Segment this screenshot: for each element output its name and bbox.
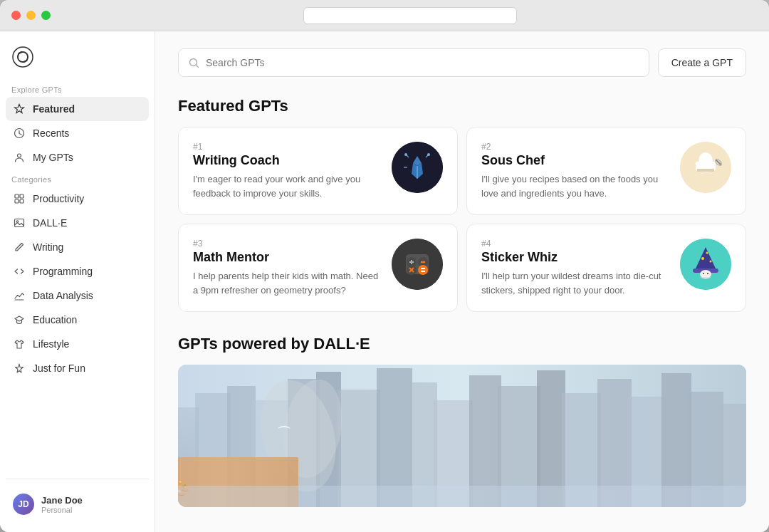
gpt-img-sticker-whiz [680, 239, 731, 290]
search-bar-row: Create a GPT [178, 48, 746, 77]
gpt-rank-1: #1 [193, 142, 380, 152]
url-input[interactable]: chat.openai.com [303, 7, 517, 24]
sidebar-item-dalle[interactable]: DALL·E [6, 211, 149, 235]
person-icon [13, 151, 26, 164]
svg-rect-70 [178, 486, 746, 507]
user-profile[interactable]: JD Jane Doe Personal [6, 488, 149, 521]
sidebar-data-label: Data Analysis [33, 290, 93, 301]
titlebar: chat.openai.com [0, 0, 769, 31]
svg-point-19 [699, 152, 713, 169]
user-role: Personal [41, 506, 83, 514]
svg-point-14 [404, 153, 407, 156]
star-icon [13, 103, 26, 115]
sidebar-item-just-for-fun[interactable]: Just for Fun [6, 356, 149, 380]
sidebar: Explore GPTs Featured Recents [0, 31, 155, 532]
openai-logo [11, 46, 34, 68]
svg-rect-6 [20, 199, 23, 203]
chart-icon [13, 289, 26, 302]
svg-rect-3 [15, 194, 19, 198]
sidebar-item-productivity[interactable]: Productivity [6, 187, 149, 211]
gpt-img-sous-chef [680, 142, 731, 193]
gpt-card-math-mentor[interactable]: #3 Math Mentor I help parents help their… [178, 224, 458, 312]
sidebar-education-label: Education [33, 314, 77, 325]
graduation-icon [13, 313, 26, 326]
featured-gpt-grid: #1 Writing Coach I'm eager to read your … [178, 127, 746, 312]
gpt-card-writing-coach-text: #1 Writing Coach I'm eager to read your … [193, 142, 380, 200]
gpt-card-sticker-whiz-text: #4 Sticker Whiz I'll help turn your wild… [481, 239, 669, 297]
sidebar-bottom: JD Jane Doe Personal [6, 479, 149, 521]
svg-point-40 [706, 252, 708, 254]
svg-point-33 [418, 265, 428, 275]
search-input[interactable] [206, 57, 640, 68]
svg-point-43 [703, 273, 704, 274]
svg-point-15 [427, 153, 430, 156]
gpt-card-sous-chef-text: #2 Sous Chef I'll give you recipes based… [481, 142, 669, 200]
clock-icon [13, 127, 26, 140]
sidebar-item-programming[interactable]: Programming [6, 259, 149, 283]
svg-rect-4 [20, 194, 23, 198]
sidebar-recents-label: Recents [33, 127, 69, 139]
svg-rect-20 [697, 169, 714, 172]
pencil-icon [13, 241, 26, 254]
sidebar-item-recents[interactable]: Recents [6, 121, 149, 145]
user-name: Jane Doe [41, 495, 83, 506]
sidebar-item-education[interactable]: Education [6, 308, 149, 332]
sidebar-item-data-analysis[interactable]: Data Analysis [6, 283, 149, 308]
gpt-card-sous-chef[interactable]: #2 Sous Chef I'll give you recipes based… [466, 127, 746, 215]
gpt-desc-writing-coach: I'm eager to read your work and give you… [193, 172, 380, 200]
dalle-image: 🎨 [178, 365, 746, 507]
svg-point-44 [707, 273, 708, 274]
gpt-name-sticker-whiz: Sticker Whiz [481, 250, 669, 265]
sidebar-item-featured[interactable]: Featured [6, 97, 149, 121]
gpt-rank-4: #4 [481, 239, 669, 249]
sidebar-item-my-gpts[interactable]: My GPTs [6, 145, 149, 169]
sidebar-dalle-label: DALL·E [33, 217, 67, 229]
image-icon [13, 217, 26, 229]
svg-rect-7 [15, 219, 24, 227]
gpt-rank-3: #3 [193, 239, 380, 249]
svg-point-9 [189, 58, 197, 66]
explore-label: Explore GPTs [6, 85, 149, 94]
minimize-button[interactable] [26, 11, 36, 20]
grid-icon [13, 192, 26, 205]
sidebar-item-lifestyle[interactable]: Lifestyle [6, 332, 149, 356]
svg-point-0 [13, 47, 33, 67]
gpt-card-math-mentor-text: #3 Math Mentor I help parents help their… [193, 239, 380, 297]
svg-rect-5 [15, 199, 19, 203]
gpt-rank-2: #2 [481, 142, 669, 152]
code-icon [13, 265, 26, 278]
sidebar-lifestyle-label: Lifestyle [33, 338, 69, 350]
app-body: Explore GPTs Featured Recents [0, 31, 769, 532]
dalle-section: GPTs powered by DALL·E [178, 335, 746, 507]
svg-point-2 [18, 154, 21, 157]
gpt-card-sticker-whiz[interactable]: #4 Sticker Whiz I'll help turn your wild… [466, 224, 746, 312]
sidebar-mygpts-label: My GPTs [33, 152, 73, 163]
sparkle-icon [13, 362, 26, 375]
gpt-desc-sous-chef: I'll give you recipes based on the foods… [481, 172, 669, 200]
app-window: chat.openai.com Explore GPTs [0, 0, 769, 532]
featured-section-title: Featured GPTs [178, 97, 746, 115]
avatar: JD [13, 494, 34, 515]
svg-point-39 [701, 257, 704, 260]
sidebar-fun-label: Just for Fun [33, 363, 85, 374]
sidebar-productivity-label: Productivity [33, 193, 84, 204]
tshirt-icon [13, 338, 26, 350]
gpt-desc-sticker-whiz: I'll help turn your wildest dreams into … [481, 269, 669, 297]
gpt-card-writing-coach[interactable]: #1 Writing Coach I'm eager to read your … [178, 127, 458, 215]
gpt-desc-math-mentor: I help parents help their kids with math… [193, 269, 380, 297]
traffic-lights [11, 11, 51, 20]
svg-point-41 [710, 261, 712, 263]
gpt-name-writing-coach: Writing Coach [193, 153, 380, 168]
search-box [178, 48, 649, 77]
close-button[interactable] [11, 11, 21, 20]
user-details: Jane Doe Personal [41, 495, 83, 514]
sidebar-featured-label: Featured [33, 103, 75, 115]
main-content: Create a GPT Featured GPTs #1 Writing Co… [155, 31, 769, 532]
url-bar: chat.openai.com [62, 7, 758, 24]
create-gpt-button[interactable]: Create a GPT [658, 48, 746, 77]
sidebar-item-writing[interactable]: Writing [6, 235, 149, 259]
main-inner: Create a GPT Featured GPTs #1 Writing Co… [155, 31, 769, 524]
dalle-section-title: GPTs powered by DALL·E [178, 335, 746, 353]
gpt-img-writing-coach [392, 142, 443, 193]
maximize-button[interactable] [41, 11, 51, 20]
